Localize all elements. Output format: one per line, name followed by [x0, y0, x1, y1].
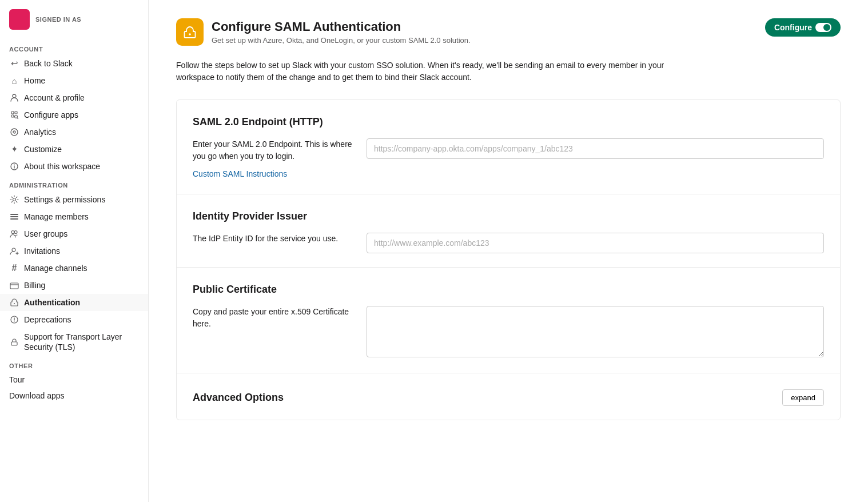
svg-rect-14	[10, 283, 18, 289]
sidebar-item-tour[interactable]: Tour	[0, 372, 148, 388]
signed-in-block: SIGNED IN AS	[0, 9, 148, 39]
sidebar-item-account-profile[interactable]: Account & profile	[0, 89, 148, 106]
sidebar-item-deprecations[interactable]: Deprecations	[0, 311, 148, 328]
svg-point-11	[11, 231, 14, 234]
svg-point-0	[13, 94, 16, 98]
other-section-label: OTHER	[0, 356, 148, 372]
svg-point-16	[14, 303, 15, 304]
invite-icon	[9, 246, 19, 256]
sidebar-item-label: Deprecations	[24, 315, 139, 324]
custom-saml-link[interactable]: Custom SAML Instructions	[193, 168, 353, 180]
svg-point-7	[13, 198, 16, 201]
sidebar-item-back-to-slack[interactable]: ↩ Back to Slack	[0, 55, 148, 72]
saml-endpoint-input[interactable]	[367, 138, 824, 159]
idp-issuer-input[interactable]	[367, 233, 824, 253]
sidebar-item-about-workspace[interactable]: About this workspace	[0, 158, 148, 175]
page-title: Configure SAML Authentication	[212, 19, 471, 34]
svg-point-6	[14, 164, 14, 165]
sidebar-item-label: Settings & permissions	[24, 195, 139, 204]
sidebar-item-analytics[interactable]: Analytics	[0, 123, 148, 141]
cert-textarea[interactable]	[367, 306, 824, 357]
svg-rect-20	[11, 342, 17, 345]
sidebar-item-support-tls[interactable]: Support for Transport Layer Security (TL…	[0, 328, 148, 356]
saml-description: Enter your SAML 2.0 Endpoint. This is wh…	[193, 138, 353, 180]
idp-form-row: The IdP Entity ID for the service you us…	[193, 233, 824, 253]
idp-section-title: Identity Provider Issuer	[193, 210, 824, 222]
svg-rect-9	[10, 216, 18, 217]
configure-button[interactable]: Configure	[765, 18, 841, 37]
idp-description: The IdP Entity ID for the service you us…	[193, 233, 353, 245]
sidebar-item-label: Authentication	[24, 298, 139, 307]
svg-point-19	[14, 321, 14, 321]
expand-button[interactable]: expand	[782, 389, 824, 406]
hash-icon: #	[9, 263, 19, 273]
saml-input-col	[367, 138, 824, 159]
page-subtitle: Get set up with Azure, Okta, and OneLogi…	[212, 36, 471, 45]
lock-icon	[9, 337, 19, 347]
sidebar-item-label: Billing	[24, 281, 139, 290]
admin-section-label: ADMINISTRATION	[0, 175, 148, 191]
page-header: Configure SAML Authentication Get set up…	[176, 18, 841, 46]
billing-icon	[9, 280, 19, 290]
sidebar-item-invitations[interactable]: Invitations	[0, 242, 148, 260]
saml-section-title: SAML 2.0 Endpoint (HTTP)	[193, 116, 824, 128]
public-cert-section: Public Certificate Copy and paste your e…	[177, 268, 840, 373]
intro-text: Follow the steps below to set up Slack w…	[176, 59, 691, 83]
sidebar-item-manage-channels[interactable]: # Manage channels	[0, 260, 148, 277]
apps-icon	[9, 110, 19, 120]
sidebar: SIGNED IN AS ACCOUNT ↩ Back to Slack ⌂ H…	[0, 0, 149, 502]
signed-in-label: SIGNED IN AS	[35, 16, 81, 23]
toggle-switch[interactable]	[815, 23, 831, 32]
back-arrow-icon: ↩	[9, 58, 19, 69]
settings-icon	[9, 194, 19, 205]
sidebar-item-label: Home	[24, 76, 139, 85]
sidebar-item-manage-members[interactable]: Manage members	[0, 208, 148, 225]
auth-icon	[9, 297, 19, 308]
sidebar-item-label: About this workspace	[24, 162, 139, 171]
sidebar-item-home[interactable]: ⌂ Home	[0, 72, 148, 89]
deprecations-icon	[9, 314, 19, 325]
sidebar-item-customize[interactable]: ✦ Customize	[0, 141, 148, 158]
cert-description: Copy and paste your entire x.509 Certifi…	[193, 306, 353, 330]
sidebar-item-label: Manage members	[24, 212, 139, 221]
idp-input-col	[367, 233, 824, 253]
svg-point-3	[13, 131, 15, 133]
saml-endpoint-section: SAML 2.0 Endpoint (HTTP) Enter your SAML…	[177, 100, 840, 194]
sidebar-item-label: Account & profile	[24, 93, 139, 102]
saml-form-row: Enter your SAML 2.0 Endpoint. This is wh…	[193, 138, 824, 180]
home-icon: ⌂	[9, 75, 19, 86]
svg-point-12	[14, 231, 17, 234]
sidebar-item-label: Support for Transport Layer Security (TL…	[24, 332, 139, 352]
sidebar-item-label: Invitations	[24, 246, 139, 256]
sidebar-item-authentication[interactable]: Authentication	[0, 294, 148, 311]
analytics-icon	[9, 127, 19, 137]
page-icon	[176, 18, 204, 46]
advanced-title: Advanced Options	[193, 392, 284, 404]
sidebar-item-label: Analytics	[24, 128, 139, 137]
customize-icon: ✦	[9, 144, 19, 154]
svg-point-21	[189, 33, 191, 35]
cert-form-row: Copy and paste your entire x.509 Certifi…	[193, 306, 824, 359]
avatar	[9, 9, 30, 30]
cert-section-title: Public Certificate	[193, 284, 824, 296]
info-icon	[9, 161, 19, 172]
svg-rect-10	[10, 218, 18, 220]
sidebar-item-label: User groups	[24, 229, 139, 238]
form-container: SAML 2.0 Endpoint (HTTP) Enter your SAML…	[176, 99, 841, 420]
sidebar-item-label: Manage channels	[24, 264, 139, 273]
person-icon	[9, 93, 19, 103]
page-title-block: Configure SAML Authentication Get set up…	[212, 19, 471, 45]
sidebar-item-label: Configure apps	[24, 110, 139, 119]
sidebar-item-user-groups[interactable]: User groups	[0, 225, 148, 242]
identity-provider-section: Identity Provider Issuer The IdP Entity …	[177, 194, 840, 267]
sidebar-item-billing[interactable]: Billing	[0, 277, 148, 294]
sidebar-item-label: Customize	[24, 145, 139, 154]
cert-input-col	[367, 306, 824, 359]
sidebar-item-settings-permissions[interactable]: Settings & permissions	[0, 191, 148, 208]
sidebar-item-configure-apps[interactable]: Configure apps	[0, 106, 148, 123]
sidebar-item-download-apps[interactable]: Download apps	[0, 388, 148, 404]
configure-btn-label: Configure	[774, 23, 812, 32]
main-content: Configure SAML Authentication Get set up…	[149, 0, 868, 502]
sidebar-item-label: Back to Slack	[24, 59, 139, 68]
advanced-options-section: Advanced Options expand	[177, 373, 840, 420]
